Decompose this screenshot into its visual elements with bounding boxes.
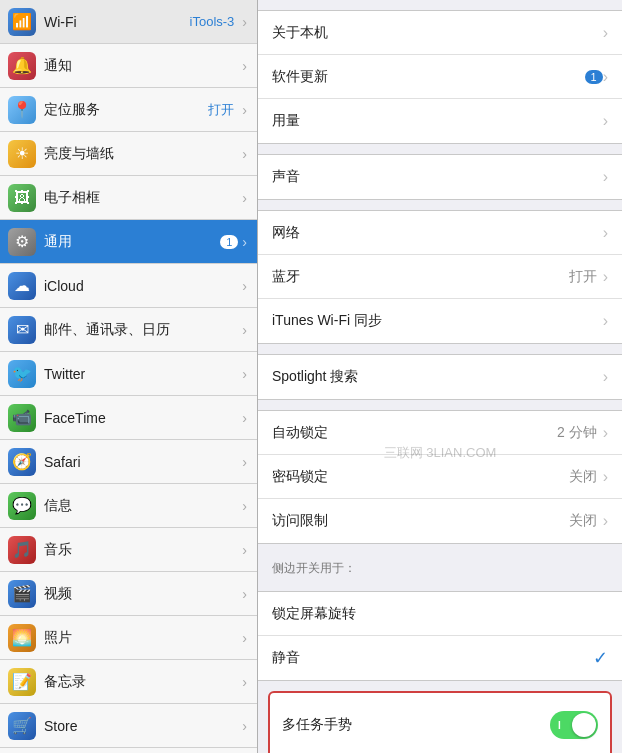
sidebar-label-photos: 照片	[44, 629, 238, 647]
row-label-auto-lock: 自动锁定	[272, 424, 557, 442]
sidebar-item-wifi[interactable]: 📶Wi-FiiTools-3›	[0, 0, 257, 44]
row-chevron-network: ›	[603, 224, 608, 242]
row-label-rotation-lock: 锁定屏幕旋转	[272, 605, 608, 623]
settings-row-bluetooth[interactable]: 蓝牙打开›	[258, 255, 622, 299]
sidebar-label-location: 定位服务	[44, 101, 208, 119]
chevron-messages: ›	[242, 498, 247, 514]
sidebar-sublabel-wifi: iTools-3	[190, 14, 235, 29]
chevron-facetime: ›	[242, 410, 247, 426]
chevron-mail: ›	[242, 322, 247, 338]
sidebar-item-location[interactable]: 📍定位服务打开›	[0, 88, 257, 132]
sidebar-label-music: 音乐	[44, 541, 238, 559]
general-icon: ⚙	[8, 228, 36, 256]
row-chevron-auto-lock: ›	[603, 424, 608, 442]
sidebar: 📶Wi-FiiTools-3›🔔通知›📍定位服务打开›☀亮度与墙纸›🖼电子相框›…	[0, 0, 258, 753]
sidebar-item-safari[interactable]: 🧭Safari›	[0, 440, 257, 484]
row-chevron-bluetooth: ›	[603, 268, 608, 286]
checkmark-mute: ✓	[593, 647, 608, 669]
wifi-icon: 📶	[8, 8, 36, 36]
location-icon: 📍	[8, 96, 36, 124]
chevron-notes: ›	[242, 674, 247, 690]
main-content: 三联网 3LIAN.COM关于本机›软件更新1›用量›声音›网络›蓝牙打开›iT…	[258, 10, 622, 753]
sidebar-item-mail[interactable]: ✉邮件、通讯录、日历›	[0, 308, 257, 352]
multitask-row: 多任务手势I	[282, 703, 598, 747]
settings-row-restrictions[interactable]: 访问限制关闭›	[258, 499, 622, 543]
sidebar-item-facetime[interactable]: 📹FaceTime›	[0, 396, 257, 440]
twitter-icon: 🐦	[8, 360, 36, 388]
row-label-bluetooth: 蓝牙	[272, 268, 569, 286]
settings-row-mute[interactable]: 静音✓	[258, 636, 622, 680]
settings-group-0: 关于本机›软件更新1›用量›	[258, 10, 622, 144]
sidebar-sublabel-location: 打开	[208, 101, 234, 119]
sidebar-label-videos: 视频	[44, 585, 238, 603]
settings-row-update[interactable]: 软件更新1›	[258, 55, 622, 99]
settings-group-2: 网络›蓝牙打开›iTunes Wi-Fi 同步›	[258, 210, 622, 344]
mail-icon: ✉	[8, 316, 36, 344]
sidebar-item-videos[interactable]: 🎬视频›	[0, 572, 257, 616]
row-label-passcode: 密码锁定	[272, 468, 569, 486]
videos-icon: 🎬	[8, 580, 36, 608]
chevron-brightness: ›	[242, 146, 247, 162]
row-label-network: 网络	[272, 224, 603, 242]
row-value-auto-lock: 2 分钟	[557, 424, 597, 442]
sidebar-item-music[interactable]: 🎵音乐›	[0, 528, 257, 572]
settings-row-spotlight[interactable]: Spotlight 搜索›	[258, 355, 622, 399]
chevron-wifi: ›	[242, 14, 247, 30]
sidebar-label-icloud: iCloud	[44, 278, 238, 294]
notify-icon: 🔔	[8, 52, 36, 80]
settings-group-5: 锁定屏幕旋转静音✓	[258, 591, 622, 681]
row-label-spotlight: Spotlight 搜索	[272, 368, 603, 386]
sidebar-item-photos[interactable]: 🌅照片›	[0, 616, 257, 660]
messages-icon: 💬	[8, 492, 36, 520]
brightness-icon: ☀	[8, 140, 36, 168]
settings-row-rotation-lock[interactable]: 锁定屏幕旋转	[258, 592, 622, 636]
photo-icon: 🖼	[8, 184, 36, 212]
sidebar-item-photo[interactable]: 🖼电子相框›	[0, 176, 257, 220]
settings-row-itunes-wifi[interactable]: iTunes Wi-Fi 同步›	[258, 299, 622, 343]
sidebar-label-mail: 邮件、通讯录、日历	[44, 321, 238, 339]
settings-row-about[interactable]: 关于本机›	[258, 11, 622, 55]
sidebar-label-twitter: Twitter	[44, 366, 238, 382]
chevron-notify: ›	[242, 58, 247, 74]
settings-row-passcode[interactable]: 密码锁定关闭›	[258, 455, 622, 499]
row-chevron-usage: ›	[603, 112, 608, 130]
chevron-videos: ›	[242, 586, 247, 602]
chevron-store: ›	[242, 718, 247, 734]
chevron-photos: ›	[242, 630, 247, 646]
chevron-general: ›	[242, 234, 247, 250]
settings-row-network[interactable]: 网络›	[258, 211, 622, 255]
row-chevron-passcode: ›	[603, 468, 608, 486]
row-value-passcode: 关闭	[569, 468, 597, 486]
row-badge-update: 1	[585, 70, 603, 84]
store-icon: 🛒	[8, 712, 36, 740]
settings-row-sound[interactable]: 声音›	[258, 155, 622, 199]
multitask-toggle[interactable]: I	[550, 711, 598, 739]
sidebar-item-twitter[interactable]: 🐦Twitter›	[0, 352, 257, 396]
row-label-mute: 静音	[272, 649, 593, 667]
music-icon: 🎵	[8, 536, 36, 564]
sidebar-item-notes[interactable]: 📝备忘录›	[0, 660, 257, 704]
sidebar-item-brightness[interactable]: ☀亮度与墙纸›	[0, 132, 257, 176]
chevron-twitter: ›	[242, 366, 247, 382]
sidebar-label-safari: Safari	[44, 454, 238, 470]
sidebar-item-developer[interactable]: 🛠开发者›	[0, 748, 257, 753]
sidebar-item-icloud[interactable]: ☁iCloud›	[0, 264, 257, 308]
chevron-photo: ›	[242, 190, 247, 206]
row-chevron-update: ›	[603, 68, 608, 86]
toggle-knob	[572, 713, 596, 737]
sidebar-item-messages[interactable]: 💬信息›	[0, 484, 257, 528]
main-panel: 三联网 3LIAN.COM关于本机›软件更新1›用量›声音›网络›蓝牙打开›iT…	[258, 0, 622, 753]
settings-row-usage[interactable]: 用量›	[258, 99, 622, 143]
chevron-icloud: ›	[242, 278, 247, 294]
row-value-restrictions: 关闭	[569, 512, 597, 530]
sidebar-label-notify: 通知	[44, 57, 238, 75]
sidebar-item-store[interactable]: 🛒Store›	[0, 704, 257, 748]
section-label-5: 侧边开关用于：	[258, 554, 622, 581]
sidebar-item-general[interactable]: ⚙通用1›	[0, 220, 257, 264]
row-label-restrictions: 访问限制	[272, 512, 569, 530]
chevron-location: ›	[242, 102, 247, 118]
settings-row-auto-lock[interactable]: 自动锁定2 分钟›	[258, 411, 622, 455]
row-value-bluetooth: 打开	[569, 268, 597, 286]
sidebar-item-notify[interactable]: 🔔通知›	[0, 44, 257, 88]
badge-general: 1	[220, 235, 238, 249]
